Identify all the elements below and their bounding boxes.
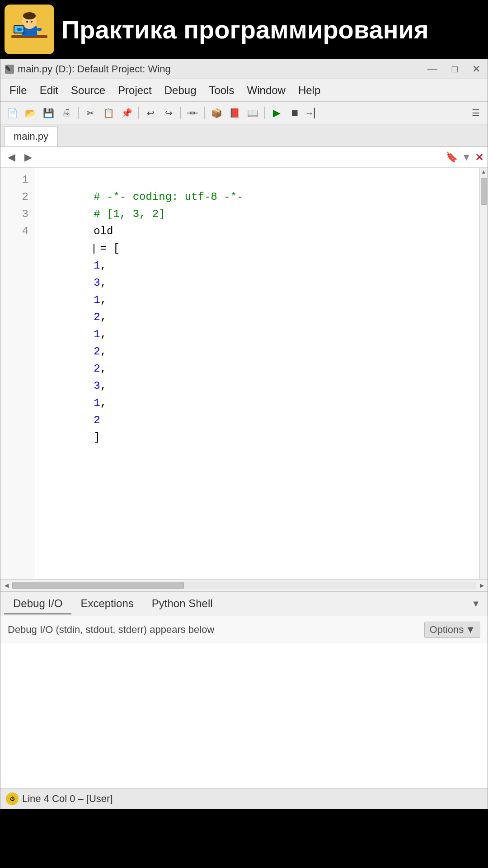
debug-content-bar: Debug I/O (stdin, stdout, stderr) appear… <box>0 616 488 643</box>
svg-rect-8 <box>17 28 22 31</box>
run-btn[interactable]: ▶ <box>268 105 285 121</box>
close-tab-icon[interactable]: ✕ <box>475 151 484 164</box>
cut-btn[interactable]: ✂ <box>82 105 99 121</box>
menu-window[interactable]: Window <box>242 81 291 99</box>
options-arrow-icon: ▼ <box>465 624 475 636</box>
window-title: main.py (D:): Default Project: Wing <box>18 63 425 75</box>
toolbar-separator-1 <box>78 107 79 119</box>
menu-tools[interactable]: Tools <box>204 81 240 99</box>
svg-rect-9 <box>37 28 42 31</box>
toolbar-separator-4 <box>204 107 205 119</box>
horizontal-scrollbar[interactable]: ◀ ▶ <box>0 579 488 591</box>
undo-btn[interactable]: ↩ <box>142 105 159 121</box>
menu-source[interactable]: Source <box>66 81 111 99</box>
code-comment-2: # [1, 3, 2] <box>94 208 165 220</box>
minimize-button[interactable]: — <box>425 62 440 76</box>
package-btn[interactable]: 📦 <box>208 105 225 121</box>
hscroll-track[interactable] <box>12 582 476 589</box>
toolbar-separator-2 <box>138 107 139 119</box>
svg-point-4 <box>26 21 28 23</box>
channel-title: Практика программирования <box>61 15 429 44</box>
scroll-up-arrow[interactable]: ▲ <box>480 168 488 176</box>
indent-btn[interactable]: ⇥⇤ <box>184 105 201 121</box>
scroll-thumb-v[interactable] <box>481 178 487 205</box>
app-icon: ✎ <box>5 65 14 74</box>
status-text: Line 4 Col 0 – [User] <box>22 793 113 805</box>
line-num-2: 2 <box>0 189 34 206</box>
menu-help[interactable]: Help <box>293 81 326 99</box>
scroll-right-arrow[interactable]: ▶ <box>476 580 488 591</box>
tab-exceptions[interactable]: Exceptions <box>71 594 142 614</box>
debug-tabs-left: Debug I/O Exceptions Python Shell <box>4 594 222 614</box>
menu-bar: File Edit Source Project Debug Tools Win… <box>0 79 488 102</box>
tab-nav-prev[interactable]: ◀ <box>4 150 19 165</box>
maximize-button[interactable]: □ <box>449 62 460 76</box>
open-btn[interactable]: 📂 <box>22 105 38 121</box>
tab-nav: ◀ ▶ 🔖 ▼ ✕ <box>0 147 488 168</box>
menu-file[interactable]: File <box>4 81 33 99</box>
line-num-1: 1 <box>0 171 34 189</box>
status-icon: ⚙ <box>6 793 19 805</box>
bookmark-icon[interactable]: 🔖 <box>446 151 458 163</box>
line-num-4: 4 <box>0 223 34 240</box>
toolbar-separator-3 <box>180 107 181 119</box>
bottom-panel: Debug I/O Exceptions Python Shell ▼ Debu… <box>0 591 488 788</box>
code-line-1: # -*- coding: utf-8 -*- <box>42 171 479 189</box>
save-btn[interactable]: 💾 <box>40 105 56 121</box>
window-controls[interactable]: — □ ✕ <box>425 62 483 76</box>
text-cursor <box>94 244 94 254</box>
toolbar: 📄 📂 💾 🖨 ✂ 📋 📌 ↩ ↪ ⇥⇤ 📦 📕 📖 ▶ ⏹ →▏ ☰ <box>0 102 488 124</box>
stop-btn[interactable]: ⏹ <box>286 105 303 121</box>
line-numbers: 1 2 3 4 <box>0 168 34 579</box>
youtube-banner: Практика программирования <box>0 0 488 59</box>
line-num-3: 3 <box>0 206 34 223</box>
tab-nav-next[interactable]: ▶ <box>21 150 36 165</box>
debug-panel-arrow[interactable]: ▼ <box>468 595 484 613</box>
options-button[interactable]: Options ▼ <box>424 622 480 638</box>
title-bar: ✎ main.py (D:): Default Project: Wing — … <box>0 59 488 79</box>
code-comment-1: # -*- coding: utf-8 -*- <box>94 191 243 203</box>
doc2-btn[interactable]: 📖 <box>244 105 261 121</box>
hscroll-thumb[interactable] <box>12 582 184 589</box>
menu-debug[interactable]: Debug <box>159 81 202 99</box>
close-button[interactable]: ✕ <box>469 62 483 76</box>
print-btn[interactable]: 🖨 <box>58 105 75 121</box>
tab-mainpy[interactable]: main.py <box>4 127 58 146</box>
copy-btn[interactable]: 📋 <box>100 105 117 121</box>
options-label: Options <box>429 624 464 636</box>
code-area[interactable]: 1 2 3 4 # -*- coding: utf-8 -*- # [1, 3,… <box>0 168 488 579</box>
redo-btn[interactable]: ↪ <box>160 105 177 121</box>
status-bar: ⚙ Line 4 Col 0 – [User] <box>0 788 488 809</box>
svg-point-5 <box>31 21 33 23</box>
tab-debug-io[interactable]: Debug I/O <box>4 594 71 614</box>
debug-tabs: Debug I/O Exceptions Python Shell ▼ <box>0 592 488 616</box>
dropdown-icon[interactable]: ▼ <box>461 151 471 163</box>
debug-io-label: Debug I/O (stdin, stdout, stderr) appear… <box>8 624 424 636</box>
code-id-old: old <box>94 225 113 237</box>
tab-bar: main.py <box>0 124 488 147</box>
scroll-left-arrow[interactable]: ◀ <box>0 580 12 591</box>
toolbar-separator-5 <box>264 107 265 119</box>
channel-icon <box>5 5 54 54</box>
debug-io-area[interactable] <box>0 643 488 788</box>
vertical-scrollbar[interactable]: ▲ <box>479 168 488 579</box>
tab-python-shell[interactable]: Python Shell <box>143 594 222 614</box>
menu-overflow-btn[interactable]: ☰ <box>468 105 484 121</box>
menu-edit[interactable]: Edit <box>34 81 64 99</box>
tab-nav-right: 🔖 ▼ ✕ <box>446 151 484 164</box>
new-file-btn[interactable]: 📄 <box>4 105 20 121</box>
code-editor[interactable]: # -*- coding: utf-8 -*- # [1, 3, 2] old … <box>34 168 479 579</box>
wing-ide-window: ✎ main.py (D:): Default Project: Wing — … <box>0 59 488 809</box>
step-btn[interactable]: →▏ <box>305 105 321 121</box>
svg-point-3 <box>23 12 36 19</box>
doc-btn[interactable]: 📕 <box>226 105 243 121</box>
menu-project[interactable]: Project <box>113 81 157 99</box>
paste-btn[interactable]: 📌 <box>118 105 135 121</box>
